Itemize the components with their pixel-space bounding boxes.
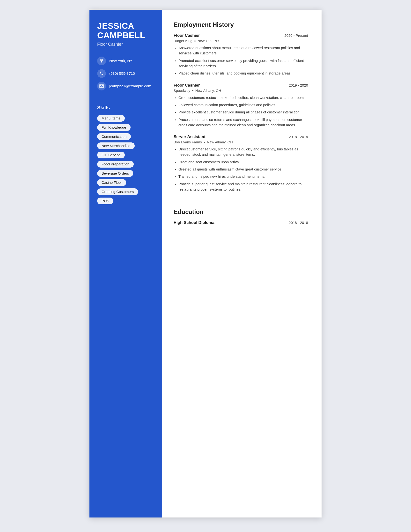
job-location-2: New Albany, OH xyxy=(207,140,233,144)
jobs-container: Floor Cashier2020 - PresentBurger KingNe… xyxy=(174,33,308,192)
job-title-1: Floor Cashier xyxy=(174,83,200,88)
separator-dot-2 xyxy=(204,142,205,143)
contact-item-phone: (530) 555-8710 xyxy=(97,69,154,78)
job-block-1: Floor Cashier2019 - 2020SpeedwayNew Alba… xyxy=(174,83,308,128)
bullet-2-4: Provide superior guest service and maint… xyxy=(178,181,308,192)
bullet-2-0: Direct customer service, sitting patrons… xyxy=(178,147,308,157)
job-title-0: Floor Cashier xyxy=(174,33,200,38)
email-icon xyxy=(97,82,106,90)
job-title-2: Server Assistant xyxy=(174,134,206,139)
employment-section: Employment History Floor Cashier2020 - P… xyxy=(174,21,308,199)
skill-tag: Casino Floor xyxy=(97,179,126,186)
skills-section: Skills Menu ItemsFull KnowledgeCommunica… xyxy=(97,105,154,204)
bullet-1-1: Followed communication procedures, guide… xyxy=(178,102,308,108)
job-company-0: Burger King xyxy=(174,39,192,43)
bullet-1-0: Greet customers restock, make fresh coff… xyxy=(178,95,308,100)
bullet-0-0: Answered questions about menu items and … xyxy=(178,45,308,56)
job-company-2: Bob Evans Farms xyxy=(174,140,202,144)
job-bullets-0: Answered questions about menu items and … xyxy=(174,45,308,76)
job-meta-1: SpeedwayNew Albany, OH xyxy=(174,89,308,93)
skills-heading: Skills xyxy=(97,105,154,111)
separator-dot-1 xyxy=(192,90,193,91)
skill-tag: Full Knowledge xyxy=(97,124,131,131)
job-meta-0: Burger KingNew York, NY xyxy=(174,39,308,43)
bullet-2-2: Greeted all guests with enthusiasm Gave … xyxy=(178,167,308,172)
job-header-2: Server Assistant2018 - 2019 xyxy=(174,134,308,139)
bullet-1-2: Provide excellent customer service durin… xyxy=(178,110,308,115)
separator-dot-0 xyxy=(194,40,196,42)
phone-icon xyxy=(97,69,106,78)
job-dates-0: 2020 - Present xyxy=(284,34,308,38)
bullet-2-3: Trained and helped new hires understand … xyxy=(178,174,308,179)
candidate-name: JESSICA CAMPBELL xyxy=(97,21,154,40)
skill-tag: POS xyxy=(97,198,113,204)
edu-title-0: High School Diploma xyxy=(174,220,215,225)
candidate-title: Floor Cashier xyxy=(97,42,154,47)
edu-dates-0: 2018 - 2018 xyxy=(289,221,308,225)
job-location-0: New York, NY xyxy=(197,39,220,43)
contact-section: New York, NY(530) 555-8710jcampbell@exam… xyxy=(97,57,154,90)
job-header-1: Floor Cashier2019 - 2020 xyxy=(174,83,308,88)
job-company-1: Speedway xyxy=(174,89,190,93)
employment-heading: Employment History xyxy=(174,21,308,29)
bullet-0-1: Promoted excellent customer service by p… xyxy=(178,58,308,69)
skill-tag: Menu Items xyxy=(97,115,125,122)
skill-tag: Greeting Customers xyxy=(97,188,138,195)
skill-tag: New Merchandise xyxy=(97,142,135,149)
phone-text: (530) 555-8710 xyxy=(109,71,135,76)
education-section: Education High School Diploma2018 - 2018 xyxy=(174,209,308,225)
contact-item-location: New York, NY xyxy=(97,57,154,65)
location-icon xyxy=(97,57,106,65)
job-location-1: New Albany, OH xyxy=(195,89,221,93)
main-content: Employment History Floor Cashier2020 - P… xyxy=(162,10,322,517)
job-bullets-1: Greet customers restock, make fresh coff… xyxy=(174,95,308,128)
contact-item-email: jcampbell@example.com xyxy=(97,82,154,90)
skill-tag: Communication xyxy=(97,133,131,140)
job-block-2: Server Assistant2018 - 2019Bob Evans Far… xyxy=(174,134,308,192)
job-dates-1: 2019 - 2020 xyxy=(289,83,308,87)
skills-list: Menu ItemsFull KnowledgeCommunicationNew… xyxy=(97,115,154,204)
job-bullets-2: Direct customer service, sitting patrons… xyxy=(174,147,308,192)
skill-tag: Beverage Orders xyxy=(97,170,133,177)
job-meta-2: Bob Evans FarmsNew Albany, OH xyxy=(174,140,308,144)
location-text: New York, NY xyxy=(109,59,132,63)
resume-container: JESSICA CAMPBELL Floor Cashier New York,… xyxy=(89,10,322,517)
skill-tag: Full Service xyxy=(97,152,125,158)
job-dates-2: 2018 - 2019 xyxy=(289,135,308,139)
edu-block-0: High School Diploma2018 - 2018 xyxy=(174,220,308,225)
bullet-0-2: Placed clean dishes, utensils, and cooki… xyxy=(178,71,308,76)
sidebar: JESSICA CAMPBELL Floor Cashier New York,… xyxy=(89,10,162,517)
job-header-0: Floor Cashier2020 - Present xyxy=(174,33,308,38)
edu-container: High School Diploma2018 - 2018 xyxy=(174,220,308,225)
job-block-0: Floor Cashier2020 - PresentBurger KingNe… xyxy=(174,33,308,76)
email-text: jcampbell@example.com xyxy=(109,84,151,88)
education-heading: Education xyxy=(174,209,308,216)
bullet-2-1: Greet and seat customers upon arrival. xyxy=(178,159,308,165)
bullet-1-3: Process merchandise returns and exchange… xyxy=(178,117,308,128)
skill-tag: Food Preparation xyxy=(97,161,134,168)
